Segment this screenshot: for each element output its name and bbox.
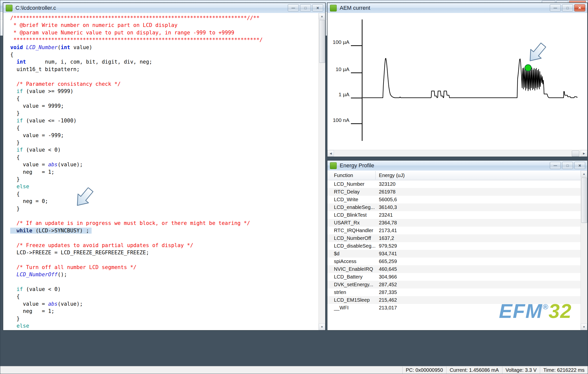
energy-value: 304,966 bbox=[379, 274, 397, 280]
code-restore-button[interactable]: □ bbox=[300, 4, 311, 11]
scroll-down-button[interactable]: ▼ bbox=[319, 324, 325, 330]
table-row[interactable]: RTC_Delay261978 bbox=[327, 188, 581, 196]
energy-value: 36140,3 bbox=[379, 204, 397, 210]
close-icon: ✕ bbox=[578, 164, 581, 168]
code-line bbox=[10, 234, 319, 242]
function-name: LCD_NumberOff bbox=[334, 235, 371, 241]
energy-maximize-button[interactable]: □ bbox=[562, 162, 573, 169]
scroll-thumb[interactable] bbox=[319, 20, 325, 63]
current-chart[interactable]: 100 µA10 µA1 µA100 nA bbox=[327, 13, 587, 150]
energy-value: 287,452 bbox=[379, 282, 397, 287]
function-name: strlen bbox=[334, 289, 346, 295]
table-row[interactable]: RTC_IRQHandler2173,41 bbox=[327, 227, 581, 234]
scroll-right-icon: ▶ bbox=[583, 152, 585, 155]
code-line: neg = 0; bbox=[10, 198, 319, 205]
code-panel-titlebar[interactable]: C:\lcdcontroller.c — □ ✕ bbox=[3, 3, 325, 13]
code-minimize-button[interactable]: — bbox=[288, 4, 299, 11]
code-line: else bbox=[10, 183, 319, 190]
code-line: value = abs(value); bbox=[10, 300, 319, 308]
code-line: uint16_t bitpattern; bbox=[10, 66, 319, 73]
code-line: /***************************************… bbox=[10, 14, 319, 22]
energy-value: 287,335 bbox=[379, 289, 397, 295]
code-line: * @brief Write number on numeric part on… bbox=[10, 22, 319, 29]
aem-panel-controls: — □ ✕ bbox=[550, 4, 585, 11]
scroll-thumb[interactable] bbox=[581, 178, 587, 223]
efm32-logo-reg: ® bbox=[543, 303, 549, 311]
aem-current-panel: AEM current — □ ✕ 100 µA10 µA1 µA100 nA bbox=[327, 2, 588, 157]
file-icon bbox=[6, 5, 12, 11]
scroll-thumb[interactable] bbox=[572, 151, 579, 157]
scroll-left-icon: ◀ bbox=[330, 152, 332, 155]
tick-label: 1 µA bbox=[338, 92, 349, 97]
scroll-right-button[interactable]: ▶ bbox=[581, 150, 587, 157]
code-line: { bbox=[10, 293, 319, 300]
cursor-marker-dot[interactable] bbox=[525, 65, 531, 71]
table-row[interactable]: $d934,741 bbox=[327, 250, 581, 258]
table-row[interactable]: strlen287,335 bbox=[327, 288, 581, 296]
aem-close-button[interactable]: ✕ bbox=[574, 4, 585, 11]
code-line: } bbox=[10, 139, 319, 146]
tick-label: 100 nA bbox=[333, 117, 349, 123]
energy-panel-titlebar[interactable]: Energy Profile — □ ✕ bbox=[327, 161, 587, 171]
code-line: { bbox=[10, 51, 319, 58]
highlighted-code-line: while (LCD->SYNCBUSY) ; bbox=[10, 228, 92, 234]
code-close-button[interactable]: ✕ bbox=[312, 4, 323, 11]
code-line: { bbox=[10, 190, 319, 198]
function-name: LCD_Write bbox=[334, 197, 358, 202]
app-window: energyAware Profiler - www.energymicro.c… bbox=[0, 0, 588, 374]
table-row[interactable]: spiAccess665,259 bbox=[327, 258, 581, 265]
aem-panel-title: AEM current bbox=[340, 5, 370, 11]
aem-minimize-button[interactable]: — bbox=[550, 4, 561, 11]
function-name: LCD_BlinkTest bbox=[334, 212, 367, 218]
table-row[interactable]: LCD_disableSeg...979,529 bbox=[327, 242, 581, 250]
table-row[interactable]: LCD_Write56005,6 bbox=[327, 196, 581, 203]
efm32-logo: EFM®32 bbox=[499, 300, 572, 323]
column-divider[interactable] bbox=[375, 171, 376, 180]
table-row[interactable]: DVK_setEnergy...287,452 bbox=[327, 281, 581, 288]
scroll-up-button[interactable]: ▲ bbox=[319, 13, 325, 19]
code-line: value = -999; bbox=[10, 132, 319, 139]
minimize-icon: — bbox=[554, 6, 557, 10]
aem-panel-titlebar[interactable]: AEM current — □ ✕ bbox=[327, 3, 587, 13]
status-bar: PC: 0x00000950Current: 1.456086 mAVoltag… bbox=[0, 366, 588, 374]
aem-horizontal-scrollbar[interactable]: ◀ ▶ bbox=[327, 150, 587, 157]
scroll-up-button[interactable]: ▲ bbox=[581, 171, 587, 177]
aem-restore-button[interactable]: □ bbox=[562, 4, 573, 11]
code-line: LCD_NumberOff(); bbox=[10, 271, 319, 278]
function-name: $d bbox=[334, 251, 339, 257]
table-row[interactable]: NVIC_EnableIRQ460,645 bbox=[327, 265, 581, 273]
energy-minimize-button[interactable]: — bbox=[550, 162, 561, 169]
energy-close-button[interactable]: ✕ bbox=[574, 162, 585, 169]
energy-value: 979,529 bbox=[379, 243, 397, 249]
energy-vertical-scrollbar[interactable]: ▲ ▼ bbox=[581, 171, 587, 330]
code-line: } bbox=[10, 176, 319, 183]
code-vertical-scrollbar[interactable]: ▲ ▼ bbox=[318, 13, 325, 330]
code-line bbox=[10, 73, 319, 80]
code-line: if (value <= -1000) bbox=[10, 117, 319, 124]
current-waveform-chart: 100 µA10 µA1 µA100 nA bbox=[327, 13, 587, 151]
restore-icon: □ bbox=[304, 6, 306, 10]
function-name: LCD_Battery bbox=[334, 274, 363, 280]
scroll-down-button[interactable]: ▼ bbox=[581, 324, 587, 330]
status-item: Time: 6216222 ms bbox=[540, 367, 588, 374]
minimize-icon: — bbox=[554, 164, 557, 168]
code-line: } bbox=[10, 110, 319, 117]
code-area[interactable]: /***************************************… bbox=[3, 13, 319, 330]
table-row[interactable]: LCD_BlinkTest23241 bbox=[327, 211, 581, 219]
table-header[interactable]: Function Energy (uJ) bbox=[327, 171, 581, 180]
table-row[interactable]: LCD_Number323120 bbox=[327, 180, 581, 188]
code-line: if (value >= 9999) bbox=[10, 88, 319, 95]
energy-value: 1637,2 bbox=[379, 235, 394, 241]
table-row[interactable]: LCD_NumberOff1637,2 bbox=[327, 234, 581, 242]
table-row[interactable]: USART_Rx2364,78 bbox=[327, 219, 581, 227]
scroll-left-button[interactable]: ◀ bbox=[327, 150, 334, 157]
column-header-energy[interactable]: Energy (uJ) bbox=[379, 173, 405, 178]
table-row[interactable]: LCD_enableSeg...36140,3 bbox=[327, 203, 581, 211]
code-line: /* If an update is in progress we must b… bbox=[10, 220, 319, 227]
table-row[interactable]: LCD_Battery304,966 bbox=[327, 273, 581, 281]
column-header-function[interactable]: Function bbox=[334, 173, 353, 178]
status-item: PC: 0x00000950 bbox=[402, 367, 446, 374]
energy-table: Function Energy (uJ) LCD_Number323120RTC… bbox=[327, 171, 581, 330]
energy-value: 261978 bbox=[379, 189, 396, 195]
code-line: if (value < 0) bbox=[10, 146, 319, 154]
